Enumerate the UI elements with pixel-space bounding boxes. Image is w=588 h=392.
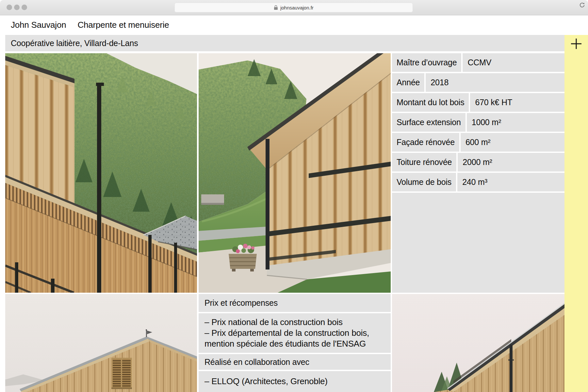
collab-list-block: – ELLOQ (Architectes, Grenoble) — [199, 371, 391, 392]
project-photo-gable — [5, 294, 197, 392]
awards-heading: Prix et récompenses — [204, 298, 278, 308]
close-window-icon[interactable] — [7, 5, 12, 10]
reload-icon[interactable] — [579, 2, 585, 8]
accent-strip — [564, 35, 588, 392]
detail-label-cell: Volume de bois — [392, 173, 456, 191]
collaborator-item: – ELLOQ (Architectes, Grenoble) — [204, 376, 369, 387]
detail-label-cell: Montant du lot bois — [392, 93, 469, 112]
plus-icon[interactable] — [570, 37, 583, 50]
collab-heading: Réalisé en collaboration avec — [204, 357, 309, 367]
project-photo-corner-meadow — [199, 53, 391, 293]
project-details-table: Maître d’ouvrage CCMV Année 2018 Montant… — [392, 53, 564, 293]
site-tagline-link[interactable]: Charpente et menuiserie — [77, 20, 169, 30]
photo-3-image — [5, 294, 197, 392]
detail-value-cell: 2018 — [426, 73, 564, 92]
table-row: Montant du lot bois 670 k€ HT — [392, 93, 564, 112]
details-filler-panel — [392, 193, 564, 293]
project-text-sections: Prix et récompenses – Prix national de l… — [199, 294, 391, 392]
url-text: johnsauvajon.fr — [280, 5, 314, 10]
detail-value-cell: 670 k€ HT — [470, 93, 564, 112]
detail-value-cell: 2000 m² — [458, 153, 564, 172]
project-photo-facade-forest — [5, 53, 197, 293]
table-row: Volume de bois 240 m³ — [392, 173, 564, 191]
photo-2-image — [199, 53, 391, 293]
project-photo-roofline — [392, 294, 564, 392]
detail-label-cell: Année — [392, 73, 424, 92]
detail-value-cell: 240 m³ — [457, 173, 564, 191]
table-row: Surface extension 1000 m² — [392, 113, 564, 132]
collab-heading-block: Réalisé en collaboration avec — [199, 354, 391, 370]
site-name-link[interactable]: John Sauvajon — [11, 20, 66, 30]
photo-1-image — [5, 53, 197, 293]
project-title: Coopérative laitière, Villard-de-Lans — [11, 39, 138, 48]
maximize-window-icon[interactable] — [22, 5, 27, 10]
table-row: Toiture rénovée 2000 m² — [392, 153, 564, 172]
detail-label-cell: Surface extension — [392, 113, 466, 132]
award-item: – Prix départemental de la construction … — [204, 328, 369, 349]
browser-chrome: johnsauvajon.fr — [0, 0, 588, 15]
louver-vent — [111, 358, 132, 389]
detail-value-cell: CCMV — [463, 53, 564, 72]
flower-planter — [229, 244, 257, 271]
award-item: – Prix national de la construction bois — [204, 317, 369, 328]
table-row: Façade rénovée 600 m² — [392, 133, 564, 152]
project-title-bar[interactable]: Coopérative laitière, Villard-de-Lans — [5, 35, 564, 51]
awards-list-block: – Prix national de la construction bois … — [199, 313, 391, 353]
lock-icon — [274, 5, 278, 10]
table-row: Année 2018 — [392, 73, 564, 92]
awards-heading-block: Prix et récompenses — [199, 294, 391, 312]
table-row: Maître d’ouvrage CCMV — [392, 53, 564, 72]
detail-value-cell: 600 m² — [461, 133, 564, 152]
site-header: John Sauvajon Charpente et menuiserie — [11, 15, 169, 35]
detail-value-cell: 1000 m² — [467, 113, 564, 132]
photo-4-image — [392, 294, 564, 392]
detail-label-cell: Toiture rénovée — [392, 153, 456, 172]
minimize-window-icon[interactable] — [14, 5, 20, 10]
detail-label-cell: Façade rénovée — [392, 133, 459, 152]
detail-label-cell: Maître d’ouvrage — [392, 53, 461, 72]
address-bar[interactable]: johnsauvajon.fr — [174, 3, 413, 12]
